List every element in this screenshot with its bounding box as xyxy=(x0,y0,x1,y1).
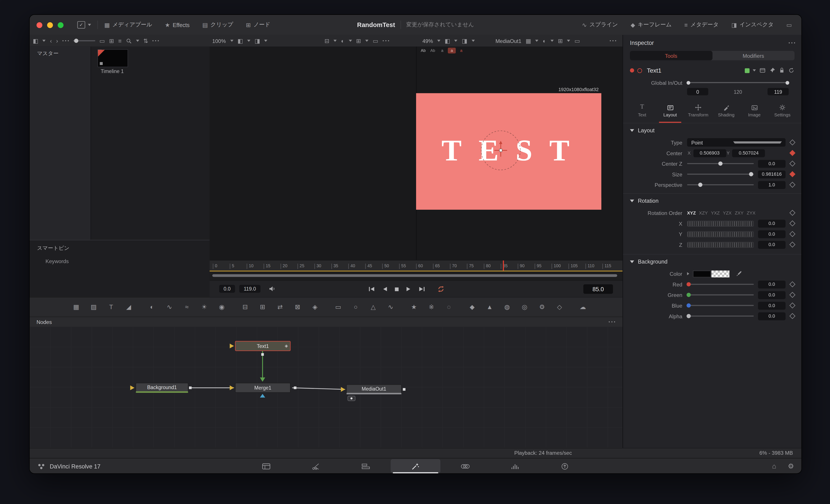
tab-modifiers[interactable]: Modifiers xyxy=(712,51,795,60)
dve-tool-icon[interactable]: ◈ xyxy=(311,304,319,310)
center-keyframe-icon[interactable] xyxy=(790,150,795,156)
chevron-down-icon[interactable] xyxy=(437,40,441,42)
volume-fog-tool-icon[interactable]: ☁ xyxy=(578,304,587,310)
perspective-keyframe-icon[interactable] xyxy=(790,182,795,188)
lock-icon[interactable] xyxy=(778,67,785,73)
chevron-down-icon[interactable] xyxy=(365,40,369,42)
minimize-window-button[interactable] xyxy=(47,22,53,28)
merge-tool-icon[interactable]: ⊟ xyxy=(241,304,249,310)
alpha-slider[interactable] xyxy=(687,315,754,317)
chevron-down-icon[interactable] xyxy=(567,40,570,42)
viewer-b-icon[interactable]: ◨ xyxy=(462,38,467,44)
right-viewer-source[interactable]: MediaOut1 xyxy=(496,38,521,44)
tab-settings[interactable]: Settings xyxy=(770,102,795,123)
chevron-down-icon[interactable] xyxy=(334,40,337,42)
media-icon[interactable]: ▦ xyxy=(525,38,531,44)
rotation-y-input[interactable]: 0.0 xyxy=(758,230,786,238)
center-y-input[interactable]: 0.507024 xyxy=(732,149,765,157)
tab-text[interactable]: T Text xyxy=(630,102,655,123)
smart-bins-header[interactable]: スマートビン xyxy=(37,245,69,252)
bin-item-master[interactable]: マスター xyxy=(37,50,59,57)
center-z-input[interactable]: 0.0 xyxy=(758,160,786,167)
media-pool-toggle[interactable]: ▦ メディアプール xyxy=(98,15,158,35)
chevron-down-icon[interactable] xyxy=(535,40,539,42)
play-button[interactable] xyxy=(406,286,411,292)
alpha-input[interactable]: 0.0 xyxy=(758,312,786,320)
chevron-down-icon[interactable] xyxy=(247,40,250,42)
green-input[interactable]: 0.0 xyxy=(758,291,786,298)
node-text1[interactable]: Text1 ◈ xyxy=(235,341,291,351)
order-option[interactable]: ZYX xyxy=(747,210,756,215)
size-keyframe-icon[interactable] xyxy=(790,171,795,177)
back-icon[interactable]: ‹ xyxy=(50,38,52,44)
chevron-down-icon[interactable] xyxy=(550,40,554,42)
hue-curves-tool-icon[interactable]: ≈ xyxy=(183,304,191,310)
order-option[interactable]: YXZ xyxy=(711,210,720,215)
particle-merge-tool-icon[interactable]: ※ xyxy=(427,304,436,310)
fastnoise-tool-icon[interactable]: ▨ xyxy=(89,304,98,310)
rotation-x-wheel[interactable] xyxy=(687,220,754,226)
global-out-input[interactable]: 119 xyxy=(767,88,789,95)
rotation-order-keyframe-icon[interactable] xyxy=(790,210,795,216)
page-deliver[interactable] xyxy=(540,459,589,473)
rotation-y-keyframe-icon[interactable] xyxy=(790,231,795,237)
pin-icon[interactable] xyxy=(769,67,775,73)
effects-toggle[interactable]: ★ Effects xyxy=(158,15,196,35)
crop-tool-icon[interactable]: ⊠ xyxy=(293,304,302,310)
size-slider[interactable] xyxy=(687,174,754,175)
node-enabled-icon[interactable] xyxy=(637,68,642,73)
render-range-in-input[interactable]: 0.0 xyxy=(219,285,235,293)
left-viewer-zoom[interactable]: 100% xyxy=(212,38,226,44)
zoom-window-button[interactable] xyxy=(58,22,64,28)
grid-overlay-icon[interactable]: ⊞ xyxy=(356,38,361,44)
renderer-3d-tool-icon[interactable]: ◇ xyxy=(555,304,564,310)
gamut-icon[interactable]: ◐ xyxy=(341,38,345,44)
version-color-swatch[interactable] xyxy=(745,68,749,73)
timeline-clip-thumbnail[interactable]: ▦ xyxy=(97,49,128,67)
alpha-keyframe-icon[interactable] xyxy=(790,313,795,319)
ellipse-mask-tool-icon[interactable]: ○ xyxy=(352,304,360,310)
split-view-icon[interactable]: ⊟ xyxy=(324,38,329,44)
reset-icon[interactable] xyxy=(788,67,795,73)
text-3d-tool-icon[interactable]: ◍ xyxy=(503,304,511,310)
tab-layout[interactable]: Layout xyxy=(658,102,683,123)
center-x-input[interactable]: 0.506903 xyxy=(693,149,726,157)
global-out-handle[interactable] xyxy=(786,81,789,84)
channel-button[interactable]: Ab xyxy=(429,48,437,54)
tab-transform[interactable]: Transform xyxy=(685,102,711,123)
forward-icon[interactable]: › xyxy=(56,38,58,44)
color-swatch[interactable] xyxy=(693,270,711,277)
section-background[interactable]: Background xyxy=(623,254,801,269)
order-option[interactable]: XYZ xyxy=(687,210,696,215)
red-slider[interactable] xyxy=(687,284,754,285)
timeline-clip-label[interactable]: Timeline 1 xyxy=(85,68,139,74)
dissolve-tool-icon[interactable]: ⇄ xyxy=(276,304,284,310)
node-graph[interactable]: Text1 ◈ Background1 Merge1 MediaOut1 xyxy=(30,326,622,448)
gamut-icon[interactable]: ◐ xyxy=(543,38,546,44)
transform-tool-icon[interactable]: ⊞ xyxy=(258,304,267,310)
more-icon[interactable] xyxy=(152,40,159,41)
page-color[interactable] xyxy=(441,459,490,473)
red-input[interactable]: 0.0 xyxy=(758,280,786,288)
viewer-b-icon[interactable]: ◨ xyxy=(255,38,260,44)
type-dropdown[interactable]: Point xyxy=(687,138,786,147)
settings-gear-icon[interactable]: ⚙ xyxy=(788,462,794,470)
particle-emitter-tool-icon[interactable]: ★ xyxy=(410,304,418,310)
panel-layout-button[interactable]: ▭ xyxy=(780,15,798,35)
size-input[interactable]: 0.981616 xyxy=(758,170,786,178)
channel-button[interactable]: Ab xyxy=(419,48,427,54)
rotation-z-wheel[interactable] xyxy=(687,242,754,248)
thumbnail-size-slider[interactable] xyxy=(73,40,95,41)
section-layout[interactable]: Layout xyxy=(623,123,801,137)
center-z-slider[interactable] xyxy=(687,163,754,164)
clips-toggle[interactable]: ▤ クリップ xyxy=(196,15,240,35)
go-to-first-frame-button[interactable] xyxy=(369,286,375,292)
background-tool-icon[interactable]: ▦ xyxy=(72,304,81,310)
frame-icon[interactable]: ▭ xyxy=(373,38,378,44)
close-window-button[interactable] xyxy=(37,22,42,28)
nodes-toggle[interactable]: ⊞ ノード xyxy=(240,15,277,35)
current-frame-input[interactable]: 85.0 xyxy=(583,284,613,294)
tab-image[interactable]: Image xyxy=(741,102,767,123)
node-color-dot-icon[interactable] xyxy=(630,68,634,72)
page-fairlight[interactable] xyxy=(490,459,540,473)
